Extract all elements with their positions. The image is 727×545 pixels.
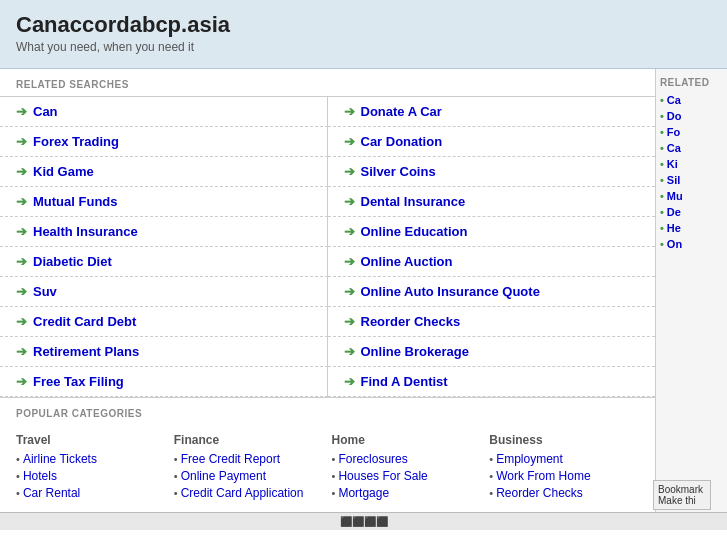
sidebar-arrow-icon: • bbox=[660, 222, 664, 234]
search-link[interactable]: Health Insurance bbox=[33, 224, 138, 239]
category-link[interactable]: Online Payment bbox=[181, 469, 266, 483]
sidebar-link-item: •Do bbox=[660, 110, 723, 122]
search-link[interactable]: Diabetic Diet bbox=[33, 254, 112, 269]
sidebar-arrow-icon: • bbox=[660, 190, 664, 202]
sidebar-link[interactable]: Ca bbox=[667, 142, 681, 154]
site-title: Canaccordabcp.asia bbox=[16, 12, 711, 38]
sidebar-arrow-icon: • bbox=[660, 110, 664, 122]
search-link[interactable]: Credit Card Debt bbox=[33, 314, 136, 329]
sidebar-link[interactable]: Fo bbox=[667, 126, 680, 138]
category-link[interactable]: Employment bbox=[496, 452, 563, 466]
arrow-icon: ➔ bbox=[344, 374, 355, 389]
main-content: RELATED SEARCHES ➔Can➔Donate A Car➔Forex… bbox=[0, 69, 727, 512]
search-link[interactable]: Reorder Checks bbox=[361, 314, 461, 329]
arrow-icon: ➔ bbox=[16, 344, 27, 359]
sidebar-arrow-icon: • bbox=[660, 158, 664, 170]
sidebar-link-item: •Fo bbox=[660, 126, 723, 138]
search-link[interactable]: Silver Coins bbox=[361, 164, 436, 179]
search-item: ➔Dental Insurance bbox=[328, 187, 656, 217]
sidebar-link[interactable]: Ca bbox=[667, 94, 681, 106]
search-item: ➔Diabetic Diet bbox=[0, 247, 328, 277]
arrow-icon: ➔ bbox=[16, 254, 27, 269]
popular-categories: POPULAR CATEGORIES TravelAirline Tickets… bbox=[0, 398, 655, 512]
category-link[interactable]: Foreclosures bbox=[338, 452, 407, 466]
list-item: Houses For Sale bbox=[332, 468, 482, 483]
search-link[interactable]: Online Auction bbox=[361, 254, 453, 269]
category-column: TravelAirline TicketsHotelsCar Rental bbox=[16, 433, 166, 502]
sidebar-arrow-icon: • bbox=[660, 142, 664, 154]
sidebar-link[interactable]: Ki bbox=[667, 158, 678, 170]
sidebar-link-item: •Ca bbox=[660, 142, 723, 154]
bottom-bar: ⬛⬛⬛⬛ bbox=[0, 512, 727, 530]
search-link[interactable]: Find A Dentist bbox=[361, 374, 448, 389]
sidebar-link-item: •Ki bbox=[660, 158, 723, 170]
bottom-text: ⬛⬛⬛⬛ bbox=[340, 516, 388, 527]
sidebar-link[interactable]: Sil bbox=[667, 174, 680, 186]
category-link[interactable]: Car Rental bbox=[23, 486, 80, 500]
search-link[interactable]: Can bbox=[33, 104, 58, 119]
list-item: Employment bbox=[489, 451, 639, 466]
category-link[interactable]: Reorder Checks bbox=[496, 486, 583, 500]
search-link[interactable]: Car Donation bbox=[361, 134, 443, 149]
sidebar-link[interactable]: Do bbox=[667, 110, 682, 122]
search-item: ➔Health Insurance bbox=[0, 217, 328, 247]
sidebar-link[interactable]: He bbox=[667, 222, 681, 234]
search-link[interactable]: Kid Game bbox=[33, 164, 94, 179]
search-link[interactable]: Free Tax Filing bbox=[33, 374, 124, 389]
search-link[interactable]: Online Auto Insurance Quote bbox=[361, 284, 540, 299]
related-searches-grid: ➔Can➔Donate A Car➔Forex Trading➔Car Dona… bbox=[0, 96, 655, 397]
search-link[interactable]: Forex Trading bbox=[33, 134, 119, 149]
sidebar-link-item: •De bbox=[660, 206, 723, 218]
arrow-icon: ➔ bbox=[16, 134, 27, 149]
sidebar-link-item: •Mu bbox=[660, 190, 723, 202]
list-item: Mortgage bbox=[332, 485, 482, 500]
list-item: Free Credit Report bbox=[174, 451, 324, 466]
category-link[interactable]: Work From Home bbox=[496, 469, 590, 483]
bookmark-box[interactable]: Bookmark Make thi bbox=[653, 480, 711, 510]
arrow-icon: ➔ bbox=[16, 374, 27, 389]
search-link[interactable]: Online Education bbox=[361, 224, 468, 239]
category-column: HomeForeclosuresHouses For SaleMortgage bbox=[332, 433, 482, 502]
sidebar-links: •Ca•Do•Fo•Ca•Ki•Sil•Mu•De•He•On bbox=[660, 94, 723, 250]
list-item: Reorder Checks bbox=[489, 485, 639, 500]
search-item: ➔Kid Game bbox=[0, 157, 328, 187]
sidebar-link[interactable]: De bbox=[667, 206, 681, 218]
search-link[interactable]: Retirement Plans bbox=[33, 344, 139, 359]
site-subtitle: What you need, when you need it bbox=[16, 40, 711, 54]
category-link[interactable]: Hotels bbox=[23, 469, 57, 483]
list-item: Airline Tickets bbox=[16, 451, 166, 466]
arrow-icon: ➔ bbox=[16, 314, 27, 329]
search-item: ➔Mutual Funds bbox=[0, 187, 328, 217]
search-item: ➔Online Auto Insurance Quote bbox=[328, 277, 656, 307]
sidebar-link[interactable]: On bbox=[667, 238, 682, 250]
category-link[interactable]: Airline Tickets bbox=[23, 452, 97, 466]
search-link[interactable]: Suv bbox=[33, 284, 57, 299]
search-link[interactable]: Dental Insurance bbox=[361, 194, 466, 209]
search-link[interactable]: Online Brokerage bbox=[361, 344, 469, 359]
sidebar-link[interactable]: Mu bbox=[667, 190, 683, 202]
category-column: BusinessEmploymentWork From HomeReorder … bbox=[489, 433, 639, 502]
category-link[interactable]: Free Credit Report bbox=[181, 452, 280, 466]
left-panel: RELATED SEARCHES ➔Can➔Donate A Car➔Forex… bbox=[0, 69, 655, 512]
list-item: Online Payment bbox=[174, 468, 324, 483]
category-link[interactable]: Houses For Sale bbox=[338, 469, 427, 483]
search-link[interactable]: Mutual Funds bbox=[33, 194, 118, 209]
search-item: ➔Online Education bbox=[328, 217, 656, 247]
category-link[interactable]: Credit Card Application bbox=[181, 486, 304, 500]
sidebar-arrow-icon: • bbox=[660, 174, 664, 186]
category-link[interactable]: Mortgage bbox=[338, 486, 389, 500]
related-searches-label: RELATED SEARCHES bbox=[0, 69, 655, 96]
search-item: ➔Silver Coins bbox=[328, 157, 656, 187]
search-item: ➔Car Donation bbox=[328, 127, 656, 157]
arrow-icon: ➔ bbox=[344, 194, 355, 209]
search-item: ➔Retirement Plans bbox=[0, 337, 328, 367]
sidebar-link-item: •Ca bbox=[660, 94, 723, 106]
search-item: ➔Can bbox=[0, 97, 328, 127]
arrow-icon: ➔ bbox=[344, 254, 355, 269]
search-link[interactable]: Donate A Car bbox=[361, 104, 442, 119]
sidebar-link-item: •On bbox=[660, 238, 723, 250]
popular-categories-label: POPULAR CATEGORIES bbox=[16, 408, 639, 425]
search-item: ➔Online Brokerage bbox=[328, 337, 656, 367]
categories-grid: TravelAirline TicketsHotelsCar RentalFin… bbox=[16, 433, 639, 502]
right-sidebar: RELATED •Ca•Do•Fo•Ca•Ki•Sil•Mu•De•He•On bbox=[655, 69, 727, 512]
